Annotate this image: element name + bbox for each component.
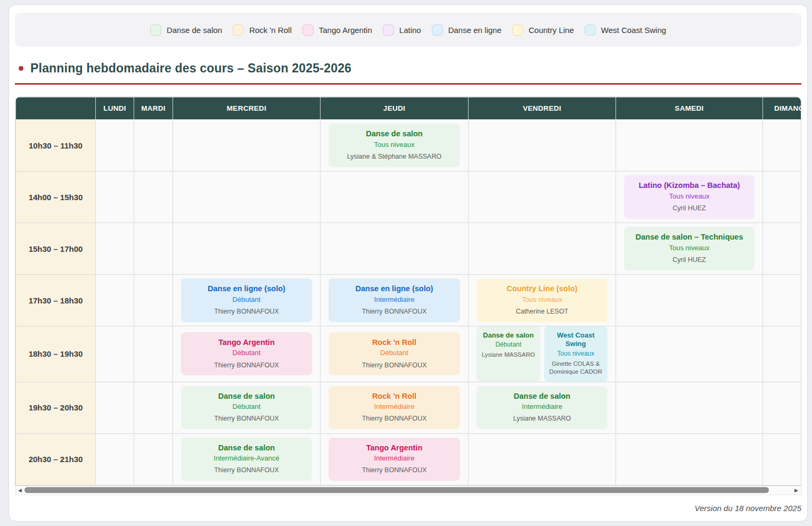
schedule-cell — [763, 433, 802, 485]
time-column-header — [16, 97, 96, 120]
event-teacher: Thierry BONNAFOUX — [333, 414, 456, 423]
scrollbar-track[interactable] — [24, 487, 792, 493]
event-teacher: Lysiane & Stéphane MASSARO — [333, 152, 456, 161]
event-card-tango-argentin: Tango Argentin Intermédiaire Thierry BON… — [329, 438, 460, 481]
event-level: Débutant — [479, 341, 538, 349]
day-header-jeudi: JEUDI — [321, 97, 469, 120]
schedule-cell: Danse de salon Intermédiaire-Avancé Thie… — [173, 433, 321, 485]
schedule-cell — [96, 433, 134, 485]
event-card-danse-de-salon: Danse de salon Débutant Thierry BONNAFOU… — [181, 386, 312, 429]
event-teacher: Thierry BONNAFOUX — [333, 466, 456, 475]
split-cell: Danse de salon Débutant Lysiane MASSARO … — [477, 326, 608, 382]
schedule-table-container[interactable]: LUNDI MARDI MERCREDI JEUDI VENDREDI SAME… — [15, 96, 801, 486]
time-slot: 14h00 – 15h30 — [16, 171, 96, 223]
event-level: Intermédiaire — [333, 454, 456, 463]
event-card-danse-de-salon: Danse de salon Intermédiaire-Avancé Thie… — [181, 438, 312, 481]
title-bullet-icon — [19, 66, 23, 71]
schedule-cell — [173, 171, 321, 223]
schedule-row-17h30: 17h30 – 18h30 Danse en ligne (solo) Débu… — [16, 275, 802, 326]
event-title: Danse de salon — [333, 129, 456, 138]
event-level: Débutant — [185, 349, 308, 357]
schedule-row-18h30: 18h30 – 19h30 Tango Argentin Débutant Th… — [16, 326, 802, 382]
schedule-cell — [616, 120, 763, 171]
event-level: Intermédiaire — [333, 402, 456, 411]
legend-label: West Coast Swing — [601, 26, 666, 35]
schedule-cell: Latino (Kizomba – Bachata) Tous niveaux … — [616, 171, 763, 223]
time-slot: 18h30 – 19h30 — [16, 326, 96, 382]
legend-item-tango-argentin: Tango Argentin — [302, 24, 372, 36]
schedule-cell: Rock 'n Roll Intermédiaire Thierry BONNA… — [321, 382, 469, 433]
event-teacher: Thierry BONNAFOUX — [333, 307, 456, 316]
schedule-cell — [96, 223, 134, 275]
event-title: Danse de salon — [185, 443, 308, 453]
scrollbar-thumb[interactable] — [24, 487, 769, 493]
event-title: Tango Argentin — [333, 443, 456, 453]
event-title: Danse de salon – Techniques — [628, 232, 750, 242]
legend-label: Tango Argentin — [319, 26, 372, 35]
event-card-tango-argentin: Tango Argentin Débutant Thierry BONNAFOU… — [181, 332, 312, 375]
event-teacher: Thierry BONNAFOUX — [185, 414, 308, 423]
event-card-rock-n-roll: Rock 'n Roll Débutant Thierry BONNAFOUX — [329, 332, 460, 375]
schedule-cell — [469, 171, 616, 223]
scroll-left-arrow-icon[interactable]: ◀ — [15, 486, 24, 495]
schedule-cell: Danse en ligne (solo) Intermédiaire Thie… — [321, 275, 469, 326]
event-title: Rock 'n Roll — [333, 338, 456, 347]
schedule-row-20h30: 20h30 – 21h30 Danse de salon Intermédiai… — [16, 433, 802, 485]
legend-item-latino: Latino — [383, 24, 421, 36]
event-level: Débutant — [185, 295, 308, 304]
page-title-row: Planning hebdomadaire des cours – Saison… — [15, 61, 801, 76]
legend-label: Danse de salon — [167, 26, 222, 35]
schedule-cell — [173, 120, 321, 171]
schedule-header: LUNDI MARDI MERCREDI JEUDI VENDREDI SAME… — [16, 97, 802, 120]
page-title: Planning hebdomadaire des cours – Saison… — [30, 61, 351, 76]
horizontal-scrollbar[interactable]: ◀ ▶ — [15, 486, 801, 495]
legend-swatch-danse-de-salon — [150, 24, 161, 36]
schedule-cell — [96, 120, 134, 171]
planning-card: Danse de salon Rock 'n Roll Tango Argent… — [9, 4, 808, 522]
schedule-row-19h30: 19h30 – 20h30 Danse de salon Débutant Th… — [16, 382, 802, 433]
event-title: Danse de salon — [481, 391, 603, 401]
legend-label: Country Line — [529, 26, 574, 35]
legend-label: Latino — [399, 26, 421, 35]
time-slot: 17h30 – 18h30 — [16, 275, 96, 326]
event-level: Tous niveaux — [333, 141, 456, 149]
legend-swatch-danse-en-ligne — [432, 24, 443, 36]
legend-label: Rock 'n Roll — [249, 26, 292, 35]
event-teacher: Cyril HUEZ — [628, 204, 750, 213]
event-card-country-line: Country Line (solo) Tous niveaux Catheri… — [477, 278, 608, 322]
schedule-cell — [134, 120, 173, 171]
event-card-danse-de-salon: Danse de salon Débutant Lysiane MASSARO — [477, 326, 540, 382]
schedule-cell — [134, 223, 173, 275]
schedule-cell: Rock 'n Roll Débutant Thierry BONNAFOUX — [321, 326, 469, 382]
event-level: Intermédiaire — [333, 295, 456, 304]
event-level: Tous niveaux — [628, 192, 750, 201]
schedule-cell — [134, 326, 173, 382]
scroll-right-arrow-icon[interactable]: ▶ — [792, 486, 801, 495]
time-slot: 19h30 – 20h30 — [16, 382, 96, 433]
legend-item-west-coast-swing: West Coast Swing — [585, 24, 666, 36]
event-title: Latino (Kizomba – Bachata) — [628, 180, 750, 190]
event-level: Tous niveaux — [628, 244, 750, 252]
schedule-cell: Danse de salon Débutant Thierry BONNAFOU… — [173, 382, 321, 433]
event-title: Danse en ligne (solo) — [185, 284, 308, 293]
event-title: Danse de salon — [185, 391, 308, 401]
schedule-row-14h00: 14h00 – 15h30 Latino (Kizomba – Bachata)… — [16, 171, 802, 223]
schedule-row-10h30: 10h30 – 11h30 Danse de salon Tous niveau… — [16, 120, 802, 171]
event-title: West Coast Swing — [547, 331, 605, 349]
schedule-cell — [763, 326, 802, 382]
event-teacher: Lysiane MASSARO — [481, 414, 603, 423]
event-level: Débutant — [333, 349, 456, 357]
event-teacher: Thierry BONNAFOUX — [333, 361, 456, 370]
schedule-cell — [763, 223, 802, 275]
event-teacher: Cyril HUEZ — [628, 256, 750, 265]
schedule-cell — [173, 223, 321, 275]
event-title: Rock 'n Roll — [333, 391, 456, 401]
schedule-cell — [469, 433, 616, 485]
event-card-danse-en-ligne: Danse en ligne (solo) Intermédiaire Thie… — [329, 278, 460, 322]
day-header-vendredi: VENDREDI — [469, 97, 616, 120]
legend-item-danse-en-ligne: Danse en ligne — [432, 24, 502, 36]
time-slot: 20h30 – 21h30 — [16, 433, 96, 485]
event-card-rock-n-roll: Rock 'n Roll Intermédiaire Thierry BONNA… — [329, 386, 460, 429]
legend-bar: Danse de salon Rock 'n Roll Tango Argent… — [15, 13, 801, 47]
schedule-cell — [321, 223, 469, 275]
